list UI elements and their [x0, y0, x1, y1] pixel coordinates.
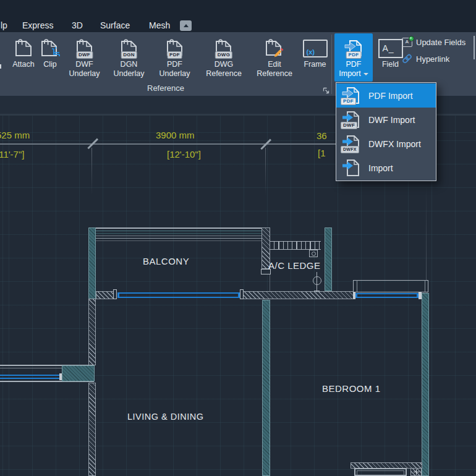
dimension-text: 36	[317, 130, 327, 141]
menu-item-dwf-import[interactable]: DWF DWF Import	[336, 108, 436, 132]
balcony-railing-line	[93, 236, 268, 236]
ribbon-button-hyperlink[interactable]: Hyperlink	[402, 53, 449, 65]
menu-tab-express[interactable]: Express	[22, 20, 54, 30]
ribbon-button-pdf-underlay[interactable]: PDF PDF Underlay	[155, 33, 194, 82]
door-jamb	[240, 289, 244, 299]
bedroom-window	[355, 293, 419, 298]
dwg-reference-label2: Reference	[206, 69, 242, 78]
balcony-sliding-door	[117, 292, 240, 298]
reference-panel-label: Reference	[0, 82, 331, 96]
cutoff-label-fragment	[0, 64, 1, 69]
pdf-underlay-label1: PDF	[167, 60, 182, 69]
ribbon-button-edit-reference[interactable]: Edit Reference	[254, 33, 295, 82]
dimension-text: 3900 mm	[156, 130, 195, 140]
wall-left-lower	[88, 383, 96, 476]
pdf-import-menu-icon: PDF	[342, 86, 360, 105]
pdf-import-icon: PDF	[344, 36, 363, 60]
ribbon-button-dgn-underlay[interactable]: DGN DGN Underlay	[109, 33, 148, 82]
import-menu-icon	[342, 158, 360, 177]
chevron-up-icon	[184, 24, 189, 27]
room-label-living-dining: LIVING & DINING	[127, 412, 204, 422]
pdf-badge: PDF	[167, 51, 182, 59]
menu-item-label: DWFX Import	[368, 139, 421, 149]
dwg-badge: DWG	[215, 51, 232, 59]
ribbon-button-pdf-import[interactable]: PDF PDF Import	[334, 33, 373, 82]
dwf-badge: DWF	[341, 122, 357, 129]
extension-line	[91, 148, 92, 195]
wall-bedroom-right	[422, 293, 429, 476]
menu-tab-surface[interactable]: Surface	[100, 20, 130, 30]
hyperlink-chain-icon	[402, 54, 412, 64]
ribbon-button-attach[interactable]: Attach	[10, 33, 37, 82]
left-window-blue-line	[0, 375, 61, 376]
dwf-underlay-label1: DWF	[75, 60, 93, 69]
dwg-reference-icon: DWG	[213, 36, 234, 60]
ribbon-button-update-fields[interactable]: A Update Fields	[402, 36, 465, 48]
pdf-import-label2: Import	[339, 69, 360, 78]
refresh-green-dot-icon	[409, 36, 414, 41]
left-window-wall-line	[0, 368, 62, 368]
ribbon-collapse-button[interactable]	[180, 20, 192, 31]
launcher-arrow-icon	[323, 87, 329, 94]
room-label-ac-ledge: A/C LEDGE	[268, 260, 321, 271]
reference-panel-label-text: Reference	[147, 83, 184, 93]
bedroom-window-ledge-line	[357, 280, 357, 292]
dgn-badge: DGN	[121, 51, 137, 59]
dwf-underlay-label2: Underlay	[69, 69, 100, 78]
bedroom-window-ledge	[353, 280, 428, 292]
ac-fan-icon	[312, 252, 316, 256]
extension-line	[265, 148, 266, 195]
attach-document-icon	[12, 36, 35, 60]
dimension-text: 525 mm	[0, 130, 30, 140]
dimension-line	[0, 143, 337, 145]
field-icon: A_	[378, 36, 403, 60]
wall-left-balcony	[88, 227, 96, 299]
pdf-underlay-label2: Underlay	[159, 69, 190, 78]
ribbon-button-frame[interactable]: (x) Frame	[301, 33, 329, 82]
menu-item-pdf-import[interactable]: PDF PDF Import	[336, 83, 436, 108]
ac-grille	[270, 241, 321, 250]
drain-symbol-line	[317, 272, 317, 292]
dwf-underlay-icon: DWF	[74, 36, 95, 60]
menu-tab-mesh[interactable]: Mesh	[149, 20, 170, 30]
balcony-railing-line	[93, 227, 268, 229]
clip-label: Clip	[43, 60, 57, 69]
room-label-bedroom-1: BEDROOM 1	[322, 383, 381, 394]
bedroom-window-ledge-line	[425, 280, 425, 292]
update-fields-icon: A	[402, 38, 412, 47]
dimension-text-alt: [1	[318, 148, 326, 158]
extension-line	[426, 187, 427, 281]
menu-tab-help-partial[interactable]: lp	[1, 20, 7, 30]
balcony-railing-line	[93, 233, 268, 234]
drain-symbol-tick	[314, 291, 320, 291]
dimension-text-alt: [12'-10"]	[167, 149, 201, 159]
frame-x-glyph: (x)	[307, 48, 315, 56]
ribbon-button-field[interactable]: A_ Field	[378, 33, 403, 82]
update-fields-label: Update Fields	[416, 38, 465, 47]
edit-reference-icon	[263, 36, 286, 60]
attach-label: Attach	[12, 60, 34, 69]
dgn-underlay-label1: DGN	[121, 60, 138, 69]
menu-item-import[interactable]: Import	[336, 156, 436, 180]
ribbon-button-dwg-reference[interactable]: DWG DWG Reference	[203, 33, 244, 82]
ribbon-button-dwf-underlay[interactable]: DWF DWF Underlay	[65, 33, 104, 82]
hyperlink-label: Hyperlink	[416, 54, 449, 64]
menu-tab-3d[interactable]: 3D	[72, 20, 83, 30]
balcony-railing-line	[93, 231, 268, 231]
ribbon-button-clip[interactable]: Clip	[38, 33, 62, 82]
pdf-badge: PDF	[341, 98, 356, 105]
menu-item-label: Import	[368, 163, 393, 173]
panel-divider	[331, 35, 332, 94]
pdf-import-dropdown-menu: PDF PDF Import DWF DWF Import DWFX DWFX …	[336, 82, 436, 181]
wall-column-left	[62, 365, 95, 381]
menubar: lp Express 3D Surface Mesh	[0, 0, 476, 32]
dialog-launcher-button[interactable]	[323, 85, 329, 92]
field-label: Field	[382, 60, 399, 69]
clip-document-icon	[39, 36, 61, 60]
ac-unit-box	[309, 250, 318, 257]
edit-reference-label1: Edit	[268, 60, 281, 69]
menu-item-dwfx-import[interactable]: DWFX DWFX Import	[336, 132, 436, 156]
dwf-badge: DWF	[76, 51, 93, 59]
frame-label: Frame	[304, 60, 326, 69]
frame-icon: (x)	[303, 36, 328, 60]
